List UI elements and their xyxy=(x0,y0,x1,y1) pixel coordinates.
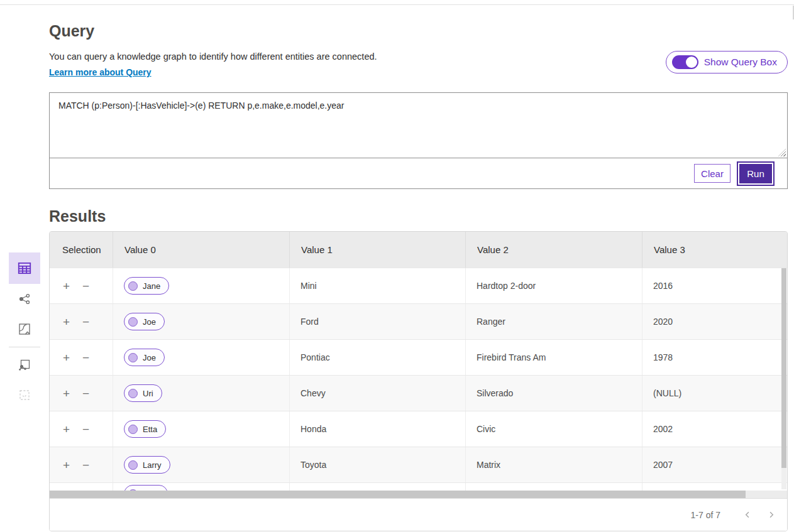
value-cell: Toyota xyxy=(290,447,466,482)
table-header: SelectionValue 0Value 1Value 2Value 3 xyxy=(50,232,787,268)
next-page-button[interactable] xyxy=(765,509,777,521)
sidebar-item-link-chart-view[interactable] xyxy=(9,284,40,314)
entity-cell: Joe xyxy=(113,340,290,375)
entity-cell: Joe xyxy=(113,304,290,339)
vertical-scrollbar[interactable] xyxy=(781,268,786,489)
query-box: MATCH (p:Person)-[:HasVehicle]->(e) RETU… xyxy=(49,92,788,189)
value-cell: Chevy xyxy=(290,376,466,411)
column-header: Selection xyxy=(50,232,113,268)
add-to-selection-button[interactable]: + xyxy=(63,459,70,471)
selection-cell: +− xyxy=(50,268,113,303)
remove-from-selection-button[interactable]: − xyxy=(82,459,89,471)
entity-icon xyxy=(128,353,138,362)
table-row-partial xyxy=(50,482,787,491)
value-cell: Hardtop 2-door xyxy=(466,268,642,303)
page: Query You can query a knowledge graph to… xyxy=(0,0,794,531)
map-view-icon xyxy=(17,322,32,337)
entity-icon xyxy=(128,460,138,470)
column-header: Value 3 xyxy=(642,232,787,268)
entity-icon xyxy=(128,281,138,291)
entity-pill[interactable]: Joe xyxy=(124,349,165,366)
entity-name: Larry xyxy=(143,460,162,470)
entity-icon xyxy=(128,425,138,434)
entity-name: Etta xyxy=(143,425,157,434)
entity-pill[interactable]: Joe xyxy=(124,313,165,330)
previous-page-button[interactable] xyxy=(742,509,754,521)
remove-from-selection-button[interactable]: − xyxy=(82,423,89,435)
horizontal-scrollbar-thumb[interactable] xyxy=(50,491,746,498)
horizontal-scrollbar[interactable] xyxy=(50,491,787,498)
pagination-label: 1-7 of 7 xyxy=(691,510,720,520)
add-to-selection-button[interactable]: + xyxy=(63,280,70,292)
column-header: Value 2 xyxy=(466,232,642,268)
sidebar-item-map-view[interactable] xyxy=(9,314,40,344)
table-row: +−JoeFordRanger2020 xyxy=(50,303,787,339)
entity-name: Jane xyxy=(143,281,160,291)
selection-cell: +− xyxy=(50,340,113,375)
add-to-selection-button[interactable]: + xyxy=(63,316,70,328)
remove-from-selection-button[interactable]: − xyxy=(82,316,89,328)
page-title: Query xyxy=(49,22,794,40)
entity-pill[interactable]: Uri xyxy=(124,384,162,402)
chevron-right-icon xyxy=(766,510,776,519)
add-to-selection-button[interactable]: + xyxy=(63,388,70,399)
entity-cell: Larry xyxy=(113,447,290,482)
value-cell: (NULL) xyxy=(642,376,787,411)
entity-pill[interactable] xyxy=(124,485,168,491)
view-sidebar xyxy=(9,252,40,410)
add-to-link-chart-icon xyxy=(17,357,32,372)
table-row: +−EttaHondaCivic2002 xyxy=(50,411,787,447)
value-cell: 2007 xyxy=(642,447,787,482)
table-row: +−UriChevySilverado(NULL) xyxy=(50,375,787,411)
entity-pill[interactable]: Etta xyxy=(124,420,166,438)
sidebar-item-add-to-link-chart[interactable] xyxy=(9,350,40,380)
add-to-selection-button[interactable]: + xyxy=(63,352,70,364)
chevron-left-icon xyxy=(743,510,753,519)
value-cell: Ranger xyxy=(466,304,642,339)
results-area: SelectionValue 0Value 1Value 2Value 3 +−… xyxy=(0,231,794,531)
value-cell: Firebird Trans Am xyxy=(466,340,642,375)
remove-from-selection-button[interactable]: − xyxy=(82,280,89,292)
selection-cell: +− xyxy=(50,411,113,447)
results-table: SelectionValue 0Value 1Value 2Value 3 +−… xyxy=(49,231,788,531)
value-cell: Honda xyxy=(290,411,466,447)
value-cell: 1978 xyxy=(642,340,787,375)
add-to-map-icon xyxy=(17,388,32,403)
value-cell: Silverado xyxy=(466,376,642,411)
toggle-switch-icon[interactable] xyxy=(672,55,698,69)
run-button[interactable]: Run xyxy=(739,164,772,183)
remove-from-selection-button[interactable]: − xyxy=(82,388,89,399)
remove-from-selection-button[interactable]: − xyxy=(82,352,89,364)
value-cell: Mini xyxy=(290,268,466,303)
value-cell: 2016 xyxy=(642,268,787,303)
entity-name: Uri xyxy=(143,389,153,398)
table-row: +−JoePontiacFirebird Trans Am1978 xyxy=(50,339,787,375)
add-to-selection-button[interactable]: + xyxy=(63,423,70,435)
table-row: +−LarryToyotaMatrix2007 xyxy=(50,447,787,482)
sidebar-divider xyxy=(9,347,40,347)
query-textarea[interactable]: MATCH (p:Person)-[:HasVehicle]->(e) RETU… xyxy=(50,93,787,158)
entity-name: Joe xyxy=(143,317,156,327)
sidebar-item-add-to-map xyxy=(9,380,40,410)
vertical-scrollbar-thumb[interactable] xyxy=(781,268,786,468)
entity-cell: Etta xyxy=(113,411,290,447)
value-cell: 2002 xyxy=(642,411,787,447)
selection-cell: +− xyxy=(50,447,113,482)
entity-cell: Jane xyxy=(113,268,290,303)
toggle-label: Show Query Box xyxy=(704,57,777,68)
value-cell: Matrix xyxy=(466,447,642,482)
clear-button[interactable]: Clear xyxy=(694,164,731,183)
sidebar-item-table-view[interactable] xyxy=(9,252,40,284)
selection-cell: +− xyxy=(50,376,113,411)
entity-pill[interactable]: Larry xyxy=(124,456,170,474)
entity-icon xyxy=(128,317,138,327)
value-cell: Pontiac xyxy=(290,340,466,375)
show-query-box-toggle[interactable]: Show Query Box xyxy=(666,51,788,73)
link-chart-view-icon xyxy=(17,291,32,307)
value-cell: Civic xyxy=(466,411,642,447)
column-header: Value 1 xyxy=(290,232,466,268)
learn-more-link[interactable]: Learn more about Query xyxy=(49,67,152,77)
entity-icon xyxy=(128,389,138,398)
entity-pill[interactable]: Jane xyxy=(124,277,169,295)
selection-cell: +− xyxy=(50,304,113,339)
